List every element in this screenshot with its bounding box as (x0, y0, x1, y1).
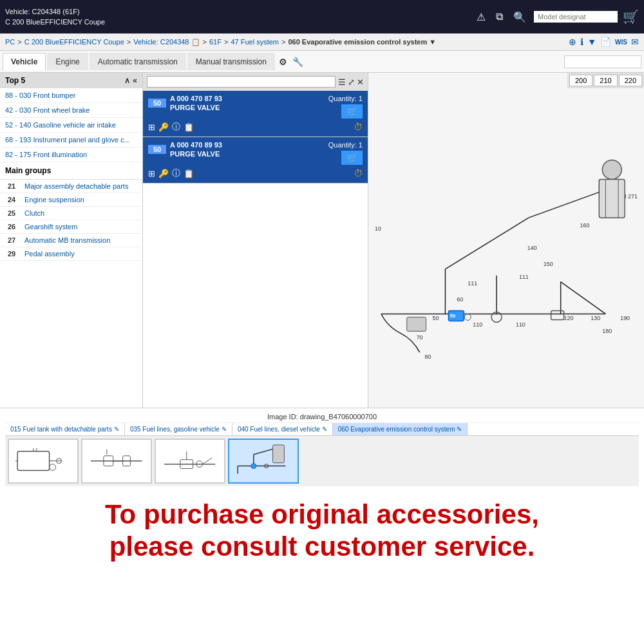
sidebar-item-3[interactable]: 68 - 193 Instrument panel and glove c... (0, 133, 142, 147)
doc-icon-1[interactable]: 📋 (184, 169, 194, 178)
filter-icon[interactable]: ▼ (587, 37, 596, 47)
clock-icon-0[interactable]: ⏱ (354, 122, 363, 132)
diagram-tab-210[interactable]: 210 (594, 75, 617, 86)
part-row-0-top: 50 A 000 470 87 93 PURGE VALVE Quantity:… (148, 95, 363, 118)
part-row-0[interactable]: 50 A 000 470 87 93 PURGE VALVE Quantity:… (143, 91, 368, 137)
svg-text:120: 120 (564, 315, 574, 321)
model-search-input[interactable] (534, 11, 618, 23)
svg-text:190: 190 (620, 315, 630, 321)
close-parts-icon[interactable]: ✕ (357, 77, 364, 87)
alert-button[interactable]: ⚠ (474, 10, 488, 24)
edit-040: ✎ (322, 426, 327, 433)
doc-icon[interactable]: 📄 (600, 37, 611, 47)
breadcrumb-fuel-system[interactable]: 47 Fuel system (231, 38, 279, 46)
svg-text:10: 10 (375, 225, 381, 232)
tab-engine[interactable]: Engine (47, 53, 88, 70)
breadcrumb-vehicle-model[interactable]: C 200 BlueEFFICIENCY Coupe (24, 38, 124, 46)
sep3: > (203, 38, 207, 46)
table-icon-1[interactable]: ⊞ (148, 169, 155, 178)
vehicle-name: C 200 BlueEFFICIENCY Coupe (5, 17, 105, 28)
part-position-1: 50 (148, 145, 166, 154)
expand-icon[interactable]: ⤢ (348, 77, 355, 87)
copy-button[interactable]: ⧉ (493, 10, 506, 24)
svg-text:60: 60 (457, 296, 463, 303)
diagram-tabs: 200 210 220 (567, 73, 644, 88)
part-row-1-top: 50 A 000 470 89 93 PURGE VALVE Quantity:… (148, 141, 363, 165)
search-icon-button[interactable]: 🔍 (511, 10, 529, 24)
tab-automatic-transmission[interactable]: Automatic transmission (90, 53, 186, 70)
thumbnail-035[interactable] (81, 439, 152, 484)
svg-point-41 (50, 464, 56, 471)
diagram-tab-220[interactable]: 220 (619, 75, 642, 86)
settings-icon[interactable]: ⚙ (279, 57, 287, 67)
thumb-tab-035[interactable]: 035 Fuel lines, gasoline vehicle ✎ (125, 423, 232, 435)
tab-vehicle[interactable]: Vehicle (3, 53, 46, 70)
info-icon-1[interactable]: ⓘ (172, 167, 180, 179)
group-29[interactable]: 29 Pedal assembly (0, 247, 142, 261)
group-25[interactable]: 25 Clutch (0, 207, 142, 220)
key-icon-0[interactable]: 🔑 (158, 122, 169, 132)
svg-text:140: 140 (527, 245, 537, 251)
thumbnails-row (5, 436, 639, 486)
svg-rect-31 (599, 179, 625, 218)
thumb-svg-060 (232, 442, 294, 480)
tab-manual-transmission[interactable]: Manual transmission (187, 53, 275, 70)
collapse-icon[interactable]: ∧ (124, 76, 130, 85)
shrink-icon[interactable]: « (133, 76, 137, 85)
diagram-tab-200[interactable]: 200 (569, 75, 592, 86)
thumb-svg-040 (159, 442, 220, 480)
zoom-icon[interactable]: ⊕ (569, 37, 576, 47)
svg-text:111: 111 (468, 280, 477, 287)
thumbnail-060[interactable] (228, 439, 299, 484)
header: Vehicle: C204348 (61F) C 200 BlueEFFICIE… (0, 0, 644, 33)
diagram-panel: 200 210 220 10 50 60 70 80 110 110 111 1… (368, 73, 644, 408)
svg-point-29 (464, 314, 471, 320)
svg-rect-30 (551, 310, 564, 319)
sidebar-item-2[interactable]: 52 - 140 Gasoline vehicle air intake (0, 118, 142, 133)
thumb-tab-060[interactable]: 060 Evaporative emission control system … (333, 423, 468, 435)
svg-text:110: 110 (516, 321, 526, 328)
svg-text:50: 50 (450, 313, 455, 319)
add-to-cart-0[interactable]: 🛒 (341, 104, 363, 118)
mail-icon[interactable]: ✉ (631, 37, 639, 47)
parts-search-input[interactable] (147, 76, 336, 88)
tab-search-input[interactable] (564, 55, 641, 68)
breadcrumb-vehicle-id[interactable]: Vehicle: C204348 📋 (133, 38, 200, 46)
edit-060: ✎ (457, 426, 462, 433)
info-icon-0[interactable]: ⓘ (172, 121, 180, 133)
cart-icon[interactable]: 🛒 (623, 9, 639, 24)
breadcrumb-action-icons: ⊕ ℹ ▼ 📄 WIS ✉ (569, 37, 639, 47)
key-icon-1[interactable]: 🔑 (158, 169, 169, 178)
group-26[interactable]: 26 Gearshift system (0, 220, 142, 234)
thumbnail-040[interactable] (155, 439, 225, 484)
svg-text:110: 110 (473, 321, 482, 328)
wrench-icon[interactable]: 🔧 (292, 57, 303, 67)
clock-icon-1[interactable]: ⏱ (354, 168, 363, 178)
doc-icon-0[interactable]: 📋 (184, 122, 194, 132)
svg-line-23 (529, 192, 599, 218)
sidebar-item-4[interactable]: 82 - 175 Front illumination (0, 147, 142, 162)
list-view-icon[interactable]: ☰ (338, 77, 346, 87)
thumbnail-015[interactable] (8, 439, 79, 484)
thumb-tab-015[interactable]: 015 Fuel tank with detachable parts ✎ (5, 423, 125, 435)
wis-label[interactable]: WIS (615, 39, 627, 46)
part-code-0: A 000 470 87 93 (170, 95, 222, 102)
add-to-cart-1[interactable]: 🛒 (341, 151, 363, 165)
part-row-1[interactable]: 50 A 000 470 89 93 PURGE VALVE Quantity:… (143, 137, 368, 184)
thumb-tab-040[interactable]: 040 Fuel lines, diesel vehicle ✎ (232, 423, 333, 435)
group-21[interactable]: 21 Major assembly detachable parts (0, 180, 142, 193)
svg-point-57 (251, 464, 256, 469)
breadcrumb-61f[interactable]: 61F (209, 38, 222, 46)
info-icon[interactable]: ℹ (580, 37, 583, 47)
sep5: > (281, 38, 285, 46)
sidebar-item-0[interactable]: 88 - 030 Front bumper (0, 88, 142, 103)
thumb-svg-035 (86, 442, 147, 480)
svg-text:130: 130 (591, 315, 600, 321)
breadcrumb-pc[interactable]: PC (5, 38, 15, 46)
ad-banner: To purchase original accessories, please… (0, 489, 644, 573)
breadcrumb-evap[interactable]: 060 Evaporative emission control system … (288, 38, 436, 46)
group-27[interactable]: 27 Automatic MB transmission (0, 234, 142, 247)
group-24[interactable]: 24 Engine suspension (0, 193, 142, 207)
sidebar-item-1[interactable]: 42 - 030 Front wheel brake (0, 103, 142, 118)
table-icon-0[interactable]: ⊞ (148, 122, 155, 132)
